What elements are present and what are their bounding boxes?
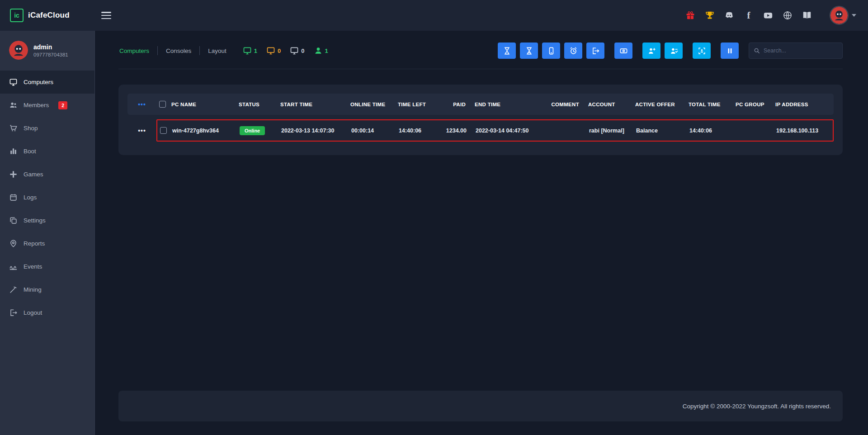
header-ip-address: IP ADDRESS: [773, 94, 834, 115]
header-comment: COMMENT: [538, 94, 582, 115]
search-input[interactable]: [764, 47, 838, 54]
header-total-time: TOTAL TIME: [686, 94, 733, 115]
header-active-offer: ACTIVE OFFER: [632, 94, 686, 115]
counter-pcs-online[interactable]: 1: [243, 46, 257, 55]
sidebar-item-logout[interactable]: Logout: [0, 301, 94, 324]
timer-button[interactable]: [564, 43, 582, 59]
logout-icon: [9, 308, 18, 317]
status-counters: 1 0 0 1: [243, 46, 328, 55]
hourglass-button[interactable]: [498, 43, 516, 59]
pause-button[interactable]: [721, 43, 739, 59]
sidebar-nav: Computers Members 2 Shop Boot Games L: [0, 71, 94, 324]
header-status: STATUS: [236, 94, 278, 115]
tab-computers[interactable]: Computers: [118, 46, 150, 56]
cell-comment: [539, 120, 583, 141]
sidebar-item-label: Events: [24, 263, 42, 270]
cell-ip-address: 192.168.100.113: [774, 120, 833, 141]
topbar-icons: f: [685, 10, 812, 21]
sidebar-item-members[interactable]: Members 2: [0, 94, 94, 117]
cash-icon: [619, 47, 628, 55]
tab-layout[interactable]: Layout: [207, 46, 227, 56]
counter-pcs-busy[interactable]: 0: [266, 46, 281, 55]
users-icon: [9, 101, 18, 109]
sidebar-item-shop[interactable]: Shop: [0, 117, 94, 140]
status-badge: Online: [240, 126, 265, 135]
sidebar-item-computers[interactable]: Computers: [0, 71, 94, 94]
sidebar-item-label: Mining: [24, 286, 42, 293]
counter-value: 0: [301, 47, 304, 54]
calendar-icon: [9, 193, 18, 202]
table-row[interactable]: ••• win-4727g8hv364 Online 2022-03-13 14…: [127, 119, 834, 142]
counter-value: 0: [278, 47, 281, 54]
sidebar-item-mining[interactable]: Mining: [0, 278, 94, 301]
menu-toggle-icon[interactable]: [101, 11, 113, 20]
topbar: ic iCafeCloud f: [0, 0, 868, 31]
cash-button[interactable]: [614, 43, 632, 59]
youtube-icon[interactable]: [763, 10, 774, 21]
sidebar-item-boot[interactable]: Boot: [0, 140, 94, 163]
monitor-icon: [266, 46, 275, 55]
sidebar-item-games[interactable]: Games: [0, 163, 94, 186]
sidebar-item-label: Games: [24, 171, 43, 178]
sidebar-item-label: Members: [24, 102, 49, 109]
counter-members-online[interactable]: 1: [314, 46, 328, 55]
book-icon[interactable]: [802, 10, 812, 21]
cell-online-time: 00:00:14: [349, 120, 396, 141]
account-menu[interactable]: [830, 6, 856, 25]
sign-out-icon: [591, 47, 600, 55]
sidebar: admin 097778704381 Computers Members 2 S…: [0, 31, 95, 435]
more-icon[interactable]: •••: [138, 129, 146, 132]
sidebar-item-label: Computers: [24, 79, 53, 85]
user-name: admin: [33, 43, 68, 51]
add-member-button[interactable]: [642, 43, 660, 59]
row-options[interactable]: •••: [127, 119, 156, 142]
avatar[interactable]: [830, 6, 849, 25]
search-box: [749, 43, 843, 59]
chevron-down-icon: [852, 14, 856, 17]
cart-icon: [9, 124, 18, 132]
user-avatar: [9, 41, 28, 60]
checkout-button[interactable]: [586, 43, 604, 59]
counter-value: 1: [254, 47, 257, 54]
add-guest-button[interactable]: [665, 43, 683, 59]
toolbar-actions: [494, 43, 843, 59]
selected-row-region[interactable]: win-4727g8hv364 Online 2022-03-13 14:07:…: [156, 119, 834, 142]
footer: Copyright © 2000-2022 Youngzsoft. All ri…: [118, 391, 843, 421]
header-time-left: TIME LEFT: [395, 94, 440, 115]
main-content: Computers Consoles Layout 1 0 0: [95, 31, 868, 435]
more-icon[interactable]: •••: [138, 103, 146, 106]
sidebar-item-label: Logs: [24, 194, 37, 201]
add-guest-icon: [670, 47, 678, 55]
column-options[interactable]: •••: [127, 94, 156, 115]
trophy-icon[interactable]: [704, 10, 715, 21]
sidebar-item-label: Boot: [24, 148, 36, 155]
tab-consoles[interactable]: Consoles: [165, 46, 192, 56]
pin-icon: [9, 239, 18, 248]
globe-icon[interactable]: [782, 10, 793, 21]
cell-active-offer: Balance: [633, 120, 687, 141]
facebook-icon[interactable]: f: [743, 10, 754, 21]
header-online-time: ONLINE TIME: [348, 94, 395, 115]
sidebar-item-events[interactable]: Events: [0, 255, 94, 278]
hourglass-alt-button[interactable]: [520, 43, 538, 59]
scan-icon: [698, 47, 706, 55]
cell-total-time: 14:40:06: [687, 120, 734, 141]
brand-logo-icon: ic: [10, 9, 24, 22]
header-pc-name: PC NAME: [171, 102, 196, 107]
cell-pc-name: win-4727g8hv364: [172, 128, 219, 134]
scan-qr-button[interactable]: [693, 43, 711, 59]
tab-separator: [157, 46, 158, 55]
computers-table-card: ••• PC NAME STATUS START TIME ONLINE TIM…: [118, 85, 843, 155]
pickaxe-icon: [9, 285, 18, 294]
sidebar-item-logs[interactable]: Logs: [0, 186, 94, 209]
row-checkbox[interactable]: [160, 127, 167, 134]
wave-icon: [9, 262, 18, 271]
mobile-button[interactable]: [542, 43, 560, 59]
sidebar-item-settings[interactable]: Settings: [0, 209, 94, 232]
counter-pcs-offline[interactable]: 0: [290, 46, 304, 55]
discord-icon[interactable]: [724, 10, 735, 21]
select-all-checkbox[interactable]: [159, 101, 166, 108]
gift-icon[interactable]: [685, 10, 696, 21]
sidebar-item-reports[interactable]: Reports: [0, 232, 94, 255]
header-end-time: END TIME: [468, 94, 538, 115]
